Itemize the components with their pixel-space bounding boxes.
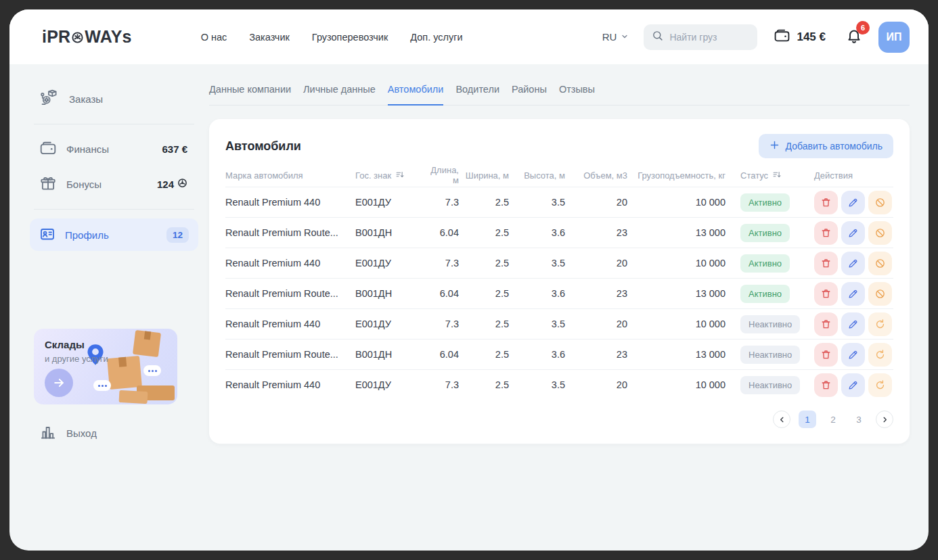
nav-about[interactable]: О нас <box>201 32 227 43</box>
nav-carrier[interactable]: Грузоперевозчик <box>312 32 388 43</box>
status-badge: Неактивно <box>740 346 800 364</box>
cell-length: 7.3 <box>423 197 459 208</box>
notification-count-badge: 6 <box>856 21 870 34</box>
cell-plate: Е001ДУ <box>355 258 423 269</box>
pagination-prev-button[interactable] <box>773 411 790 428</box>
delete-button[interactable] <box>814 191 838 214</box>
delete-button[interactable] <box>814 373 838 397</box>
header-right-group: RU 145 € <box>602 22 910 53</box>
cell-height: 3.5 <box>509 319 565 329</box>
table-row: Renault Premium 440 Е001ДУ 7.3 2.5 3.5 2… <box>225 308 893 339</box>
edit-button[interactable] <box>841 282 865 306</box>
edit-button[interactable] <box>841 252 865 275</box>
status-badge: Неактивно <box>740 376 800 394</box>
status-badge: Активно <box>740 254 790 273</box>
edit-button[interactable] <box>841 312 865 336</box>
delete-button[interactable] <box>814 343 838 367</box>
delete-button[interactable] <box>814 312 838 336</box>
logo-text-left: iPR <box>42 27 70 47</box>
sidebar-item-finance[interactable]: Финансы 637 € <box>34 139 194 159</box>
deactivate-button[interactable] <box>868 191 892 214</box>
delete-button[interactable] <box>814 221 838 245</box>
plus-icon <box>769 140 780 152</box>
sidebar-item-logout[interactable]: Выход <box>34 423 194 443</box>
sidebar-item-orders[interactable]: Заказы <box>34 89 194 109</box>
col-brand: Марка автомобиля <box>225 170 355 181</box>
cell-brand: Renault Premium Route... <box>225 288 355 299</box>
chevron-down-icon <box>621 31 629 43</box>
restore-button[interactable] <box>868 373 892 397</box>
table-row: Renault Premium 440 Е001ДУ 7.3 2.5 3.5 2… <box>225 248 893 278</box>
cell-plate: Е001ДУ <box>355 197 423 208</box>
tab-drivers[interactable]: Водители <box>455 81 499 106</box>
tab-vehicles[interactable]: Автомобили <box>388 81 444 106</box>
deactivate-button[interactable] <box>868 221 892 245</box>
notifications-button[interactable]: 6 <box>846 27 862 47</box>
logout-icon <box>39 423 57 443</box>
status-badge: Активно <box>740 224 790 242</box>
col-plate[interactable]: Гос. знак <box>355 170 423 181</box>
edit-button[interactable] <box>841 373 865 397</box>
sidebar-divider <box>34 124 194 124</box>
search-box[interactable] <box>644 24 757 50</box>
tab-districts[interactable]: Районы <box>512 81 547 106</box>
delete-button[interactable] <box>814 252 838 275</box>
table-header-row: Марка автомобиля Гос. знак Длина, м Шири… <box>225 164 893 187</box>
edit-button[interactable] <box>841 191 865 214</box>
profile-tabs: Данные компании Личные данные Автомобили… <box>209 81 910 106</box>
col-status[interactable]: Статус <box>725 170 814 181</box>
restore-button[interactable] <box>868 312 892 336</box>
cell-width: 2.5 <box>459 288 509 299</box>
search-input[interactable] <box>669 32 744 43</box>
sidebar: Заказы Финансы 637 € <box>9 64 209 551</box>
add-vehicle-button[interactable]: Добавить автомобиль <box>759 134 893 158</box>
pagination-next-button[interactable] <box>876 411 893 428</box>
col-width: Ширина, м <box>459 170 509 181</box>
cell-volume: 20 <box>565 379 627 390</box>
language-selector[interactable]: RU <box>602 31 629 43</box>
brand-logo[interactable]: iPR WAYs <box>42 26 132 48</box>
app-window: iPR WAYs О нас Заказчик Грузоперевозчик … <box>9 9 929 551</box>
tab-personal-data[interactable]: Личные данные <box>303 81 376 106</box>
cell-width: 2.5 <box>459 349 509 360</box>
deactivate-button[interactable] <box>868 252 892 275</box>
cell-brand: Renault Premium Route... <box>225 227 355 238</box>
nav-customer[interactable]: Заказчик <box>249 32 290 43</box>
pagination-page-1[interactable]: 1 <box>799 411 816 428</box>
tab-company-data[interactable]: Данные компании <box>209 81 291 106</box>
edit-button[interactable] <box>841 343 865 367</box>
pagination-page-3[interactable]: 3 <box>850 411 868 428</box>
wallet-balance[interactable]: 145 € <box>774 27 826 47</box>
cell-volume: 20 <box>565 258 627 269</box>
cell-length: 6.04 <box>423 349 459 360</box>
cell-height: 3.6 <box>509 349 565 360</box>
chat-bubble-icon <box>93 380 111 391</box>
tab-reviews[interactable]: Отзывы <box>559 81 595 106</box>
cell-capacity: 10 000 <box>627 258 725 269</box>
cell-capacity: 13 000 <box>627 288 725 299</box>
avatar-initials: ИП <box>887 31 902 43</box>
pagination-page-2[interactable]: 2 <box>824 411 842 428</box>
warehouses-promo-card[interactable]: Склады и другие услуги <box>34 329 177 404</box>
nav-extra-services[interactable]: Доп. услуги <box>410 32 462 43</box>
promo-box-illustration <box>119 390 148 404</box>
deactivate-button[interactable] <box>868 282 892 306</box>
delete-button[interactable] <box>814 282 838 306</box>
main-content: Данные компании Личные данные Автомобили… <box>209 64 929 551</box>
promo-arrow-button[interactable] <box>45 369 73 397</box>
cell-capacity: 10 000 <box>627 379 725 390</box>
sidebar-item-profile[interactable]: Профиль 12 <box>30 218 198 251</box>
cell-length: 6.04 <box>423 227 459 238</box>
restore-button[interactable] <box>868 343 892 367</box>
avatar[interactable]: ИП <box>878 22 910 53</box>
col-volume: Объем, м3 <box>565 170 627 181</box>
col-length: Длина, м <box>423 165 459 185</box>
pagination: 1 2 3 <box>225 411 893 428</box>
sidebar-finance-label: Финансы <box>66 143 109 155</box>
cell-width: 2.5 <box>459 379 509 390</box>
edit-button[interactable] <box>841 221 865 245</box>
sidebar-item-bonus[interactable]: Бонусы 124 <box>34 174 194 194</box>
cell-length: 7.3 <box>423 319 459 329</box>
table-row: Renault Premium Route... В001ДН 6.04 2.5… <box>225 339 893 369</box>
logo-text-right: WAYs <box>85 27 131 47</box>
